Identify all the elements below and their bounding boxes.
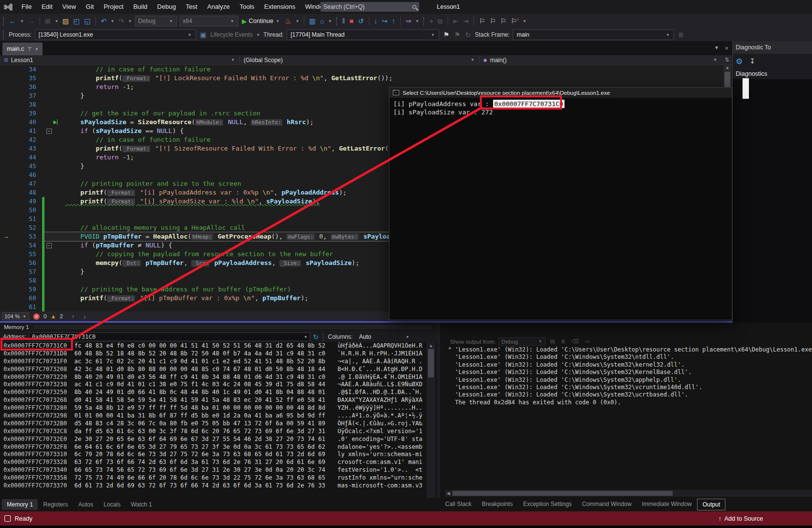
toggle-output-icon[interactable]: ▭	[584, 338, 591, 345]
active-files-dropdown-icon[interactable]: ▼	[714, 45, 719, 52]
memory-hex-dump[interactable]: 0x00007FF7C70731C0fc 48 83 e4 f0 e8 c0 0…	[0, 342, 426, 490]
breakpoint-margin[interactable]	[0, 294, 12, 303]
debugbar-overflow-icon[interactable]: ≣	[677, 31, 685, 39]
breakpoint-margin[interactable]	[0, 91, 12, 100]
fold-margin[interactable]: −	[45, 127, 53, 135]
fold-margin[interactable]	[45, 215, 53, 223]
split-window-icon[interactable]: ⇅	[722, 55, 732, 65]
breakpoint-margin[interactable]	[0, 250, 12, 259]
break-all-icon[interactable]: ‖	[341, 17, 346, 25]
bookmark-overflow-icon[interactable]: ▼	[522, 19, 527, 23]
code-line-body[interactable]: printf(_Format: "[!] LockResource Failed…	[45, 74, 732, 83]
clear-output-icon[interactable]: ⌫	[570, 338, 581, 345]
fold-margin[interactable]	[45, 144, 53, 153]
undo-icon[interactable]: ↶	[100, 17, 108, 25]
breakpoint-margin[interactable]	[0, 162, 12, 171]
open-folder-icon[interactable]: ▨	[62, 17, 70, 25]
collapse-icon[interactable]: −	[46, 243, 52, 248]
error-count[interactable]: 0	[44, 313, 46, 319]
hot-reload-icon[interactable]: ♨	[284, 17, 293, 25]
show-threads-flag-icon[interactable]: ⚑	[442, 31, 451, 39]
output-scroll-up-icon[interactable]: ▲	[448, 345, 452, 350]
fold-margin[interactable]	[45, 83, 53, 91]
zoom-level-dropdown[interactable]: 104 %▼	[2, 312, 29, 320]
fold-margin[interactable]	[45, 153, 53, 162]
tool-tab-immediate-window[interactable]: Immediate Window	[637, 499, 697, 510]
collapse-icon[interactable]: −	[46, 129, 52, 134]
breakpoint-margin[interactable]	[0, 206, 12, 215]
attach-icon[interactable]: ⧉	[437, 17, 444, 25]
code-line-body[interactable]: // in case of function failure	[45, 65, 732, 74]
find-in-files-icon[interactable]: ▥	[308, 17, 316, 25]
tool-tab-locals[interactable]: Locals	[99, 499, 126, 510]
toolbar-overflow-icon[interactable]: ▼	[328, 19, 333, 23]
toolbar-grip[interactable]	[3, 31, 5, 39]
code-line[interactable]: 35 printf(_Format: "[!] LockResource Fai…	[0, 74, 732, 83]
navigate-back-dropdown-icon[interactable]: ▼	[20, 19, 24, 23]
tool-tab-command-window[interactable]: Command Window	[577, 499, 636, 510]
diagnostics-export-icon[interactable]: ↧	[749, 57, 755, 65]
next-bookmark-icon[interactable]: ⚐	[499, 17, 507, 25]
breakpoint-margin[interactable]	[0, 188, 12, 197]
messages-icon[interactable]: ▤	[548, 338, 556, 345]
step-over-icon[interactable]: ↪	[381, 17, 389, 25]
breakpoint-margin[interactable]	[0, 223, 12, 232]
debug-overflow-icon[interactable]: ▼	[415, 19, 420, 23]
previous-issue-icon[interactable]: ↑	[72, 313, 75, 319]
breakpoint-margin[interactable]	[0, 74, 12, 83]
fold-margin[interactable]	[45, 74, 53, 83]
console-window[interactable]: Select C:\Users\User\Desktop\resource se…	[389, 87, 732, 320]
diagnostics-settings-gear-icon[interactable]: ⚙	[736, 57, 743, 66]
breakpoint-margin[interactable]	[0, 118, 12, 127]
fold-margin[interactable]	[45, 162, 53, 171]
menu-item-debug[interactable]: Debug	[152, 3, 180, 10]
toggle-bookmark-icon[interactable]: ⚐	[478, 17, 486, 25]
menu-item-file[interactable]: File	[17, 3, 37, 10]
menu-item-build[interactable]: Build	[128, 3, 152, 10]
fold-margin[interactable]	[45, 303, 53, 311]
scrollbar-thumb[interactable]	[428, 349, 434, 377]
breakpoint-margin[interactable]	[0, 241, 12, 250]
process-dropdown[interactable]: [13540] Lesson1.exe▼	[35, 29, 196, 40]
search-input[interactable]: Search (Ctrl+Q)	[320, 2, 419, 12]
breakpoint-margin[interactable]	[0, 100, 12, 109]
redo-dropdown-icon[interactable]: ▼	[128, 19, 133, 23]
scroll-left-icon[interactable]: ◀	[445, 491, 451, 496]
breakpoint-margin[interactable]	[0, 276, 12, 285]
new-item-dropdown-icon[interactable]: ▼	[54, 19, 59, 23]
tool-tab-autos[interactable]: Autos	[73, 499, 98, 510]
fold-margin[interactable]	[45, 250, 53, 259]
menu-item-analyze[interactable]: Analyze	[202, 3, 234, 10]
save-all-icon[interactable]: ◱	[83, 17, 91, 25]
document-well-close-icon[interactable]: ×	[725, 45, 728, 52]
menu-item-extensions[interactable]: Extensions	[259, 3, 300, 10]
breakpoint-margin[interactable]	[0, 303, 12, 311]
solution-platform-dropdown[interactable]: x64▼	[180, 16, 238, 26]
fold-margin[interactable]	[45, 276, 53, 285]
menu-item-git[interactable]: Git	[81, 3, 99, 10]
tool-tab-output[interactable]: Output	[697, 499, 725, 510]
continue-button[interactable]: ▶ Continue ▼	[241, 18, 282, 25]
fold-margin[interactable]	[45, 65, 53, 74]
clear-bookmarks-icon[interactable]: ⚐x	[510, 17, 520, 25]
scroll-up-icon[interactable]: ▲	[723, 65, 731, 70]
fold-margin[interactable]	[45, 135, 53, 144]
breakpoint-margin[interactable]	[0, 109, 12, 118]
code-line[interactable]: 34 // in case of function failure	[0, 65, 732, 74]
breakpoint-margin[interactable]	[0, 83, 12, 91]
breakpoint-margin[interactable]	[0, 259, 12, 267]
fold-margin[interactable]	[45, 179, 53, 188]
lifecycle-events-label[interactable]: Lifecycle Events	[210, 31, 253, 38]
save-icon[interactable]: ◰	[72, 17, 81, 25]
breakpoint-margin[interactable]	[0, 179, 12, 188]
close-icon[interactable]: ×	[35, 46, 38, 52]
toggle-current-thread-icon[interactable]: ↻	[464, 31, 472, 39]
output-horizontal-scrollbar[interactable]: ◀	[445, 490, 812, 497]
breakpoint-margin[interactable]	[0, 65, 12, 74]
breakpoint-margin[interactable]	[0, 153, 12, 162]
fold-margin[interactable]	[45, 118, 53, 127]
redo-icon[interactable]: ↷	[117, 17, 125, 25]
show-next-statement-icon[interactable]: ⇒	[405, 17, 412, 25]
breakpoint-margin[interactable]	[0, 285, 12, 294]
menu-item-view[interactable]: View	[57, 3, 81, 10]
